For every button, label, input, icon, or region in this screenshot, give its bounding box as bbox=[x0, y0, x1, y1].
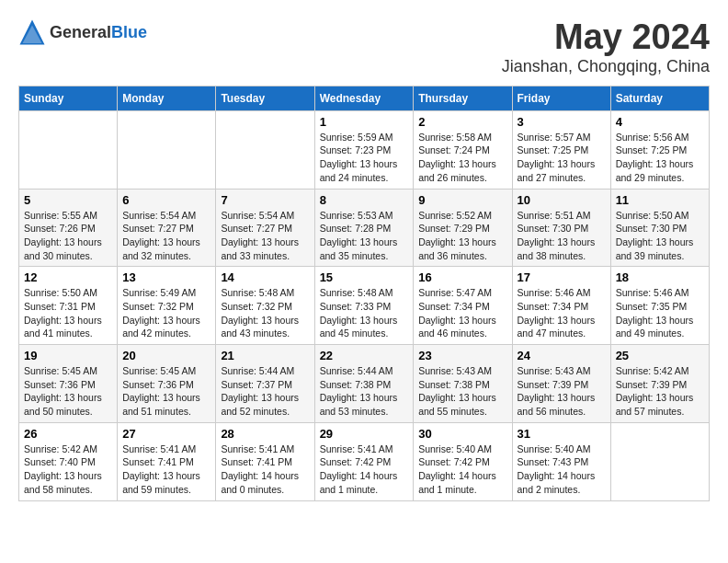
calendar-cell: 12Sunrise: 5:50 AMSunset: 7:31 PMDayligh… bbox=[19, 267, 118, 345]
day-info: Sunrise: 5:50 AMSunset: 7:30 PMDaylight:… bbox=[616, 209, 704, 263]
weekday-header-tuesday: Tuesday bbox=[216, 86, 314, 110]
calendar-cell: 4Sunrise: 5:56 AMSunset: 7:25 PMDaylight… bbox=[610, 110, 709, 189]
day-info: Sunrise: 5:48 AMSunset: 7:32 PMDaylight:… bbox=[221, 286, 309, 340]
day-number: 3 bbox=[518, 115, 606, 129]
day-info: Sunrise: 5:54 AMSunset: 7:27 PMDaylight:… bbox=[221, 209, 309, 263]
day-info: Sunrise: 5:41 AMSunset: 7:42 PMDaylight:… bbox=[320, 442, 409, 497]
calendar-cell: 30Sunrise: 5:40 AMSunset: 7:42 PMDayligh… bbox=[414, 422, 512, 500]
day-info: Sunrise: 5:58 AMSunset: 7:24 PMDaylight:… bbox=[418, 131, 506, 185]
day-number: 15 bbox=[320, 270, 409, 284]
day-info: Sunrise: 5:41 AMSunset: 7:41 PMDaylight:… bbox=[221, 442, 309, 497]
day-number: 17 bbox=[518, 270, 606, 284]
calendar-cell: 3Sunrise: 5:57 AMSunset: 7:25 PMDaylight… bbox=[512, 110, 610, 189]
calendar-cell: 21Sunrise: 5:44 AMSunset: 7:37 PMDayligh… bbox=[216, 345, 314, 423]
day-info: Sunrise: 5:40 AMSunset: 7:42 PMDaylight:… bbox=[418, 442, 506, 497]
day-number: 11 bbox=[616, 193, 704, 207]
day-info: Sunrise: 5:42 AMSunset: 7:40 PMDaylight:… bbox=[24, 442, 112, 497]
day-info: Sunrise: 5:43 AMSunset: 7:39 PMDaylight:… bbox=[518, 364, 606, 419]
day-number: 24 bbox=[518, 349, 606, 362]
day-info: Sunrise: 5:57 AMSunset: 7:25 PMDaylight:… bbox=[518, 131, 606, 185]
logo: GeneralBlue bbox=[18, 18, 147, 46]
day-number: 8 bbox=[320, 193, 409, 207]
calendar-cell: 18Sunrise: 5:46 AMSunset: 7:35 PMDayligh… bbox=[610, 267, 709, 345]
day-number: 10 bbox=[518, 193, 606, 207]
logo-general-text: General bbox=[50, 23, 111, 41]
weekday-header-thursday: Thursday bbox=[414, 86, 512, 110]
day-info: Sunrise: 5:46 AMSunset: 7:34 PMDaylight:… bbox=[518, 286, 606, 340]
day-info: Sunrise: 5:40 AMSunset: 7:43 PMDaylight:… bbox=[518, 442, 606, 497]
day-info: Sunrise: 5:56 AMSunset: 7:25 PMDaylight:… bbox=[616, 131, 704, 185]
day-number: 20 bbox=[122, 349, 210, 362]
day-info: Sunrise: 5:42 AMSunset: 7:39 PMDaylight:… bbox=[616, 364, 704, 419]
weekday-header-friday: Friday bbox=[512, 86, 610, 110]
calendar-cell: 15Sunrise: 5:48 AMSunset: 7:33 PMDayligh… bbox=[314, 267, 414, 345]
calendar-cell: 11Sunrise: 5:50 AMSunset: 7:30 PMDayligh… bbox=[610, 189, 709, 267]
day-number: 19 bbox=[24, 349, 112, 362]
weekday-header-row: SundayMondayTuesdayWednesdayThursdayFrid… bbox=[19, 86, 710, 110]
calendar-cell: 16Sunrise: 5:47 AMSunset: 7:34 PMDayligh… bbox=[414, 267, 512, 345]
calendar-cell: 5Sunrise: 5:55 AMSunset: 7:26 PMDaylight… bbox=[19, 189, 118, 267]
day-info: Sunrise: 5:54 AMSunset: 7:27 PMDaylight:… bbox=[122, 209, 210, 263]
day-info: Sunrise: 5:49 AMSunset: 7:32 PMDaylight:… bbox=[122, 286, 210, 340]
day-number: 14 bbox=[221, 270, 309, 284]
day-number: 23 bbox=[418, 349, 506, 362]
day-info: Sunrise: 5:59 AMSunset: 7:23 PMDaylight:… bbox=[320, 131, 409, 185]
calendar-week-row: 26Sunrise: 5:42 AMSunset: 7:40 PMDayligh… bbox=[19, 422, 710, 500]
calendar-cell bbox=[118, 110, 216, 189]
calendar-cell: 14Sunrise: 5:48 AMSunset: 7:32 PMDayligh… bbox=[216, 267, 314, 345]
calendar-table: SundayMondayTuesdayWednesdayThursdayFrid… bbox=[18, 86, 710, 501]
page-header: GeneralBlue May 2024 Jianshan, Chongqing… bbox=[18, 18, 710, 76]
calendar-cell: 20Sunrise: 5:45 AMSunset: 7:36 PMDayligh… bbox=[118, 345, 216, 423]
day-number: 21 bbox=[221, 349, 309, 362]
weekday-header-sunday: Sunday bbox=[19, 86, 118, 110]
day-number: 22 bbox=[320, 349, 409, 362]
calendar-cell: 13Sunrise: 5:49 AMSunset: 7:32 PMDayligh… bbox=[118, 267, 216, 345]
calendar-week-row: 12Sunrise: 5:50 AMSunset: 7:31 PMDayligh… bbox=[19, 267, 710, 345]
calendar-cell: 23Sunrise: 5:43 AMSunset: 7:38 PMDayligh… bbox=[414, 345, 512, 423]
logo-icon bbox=[18, 18, 46, 46]
day-info: Sunrise: 5:44 AMSunset: 7:37 PMDaylight:… bbox=[221, 364, 309, 419]
month-title: May 2024 bbox=[502, 18, 710, 57]
calendar-cell: 10Sunrise: 5:51 AMSunset: 7:30 PMDayligh… bbox=[512, 189, 610, 267]
day-info: Sunrise: 5:48 AMSunset: 7:33 PMDaylight:… bbox=[320, 286, 409, 340]
location-title: Jianshan, Chongqing, China bbox=[502, 57, 710, 76]
day-info: Sunrise: 5:45 AMSunset: 7:36 PMDaylight:… bbox=[24, 364, 112, 419]
day-info: Sunrise: 5:47 AMSunset: 7:34 PMDaylight:… bbox=[418, 286, 506, 340]
day-number: 6 bbox=[122, 193, 210, 207]
day-number: 25 bbox=[616, 349, 704, 362]
calendar-cell: 19Sunrise: 5:45 AMSunset: 7:36 PMDayligh… bbox=[19, 345, 118, 423]
calendar-cell bbox=[610, 422, 709, 500]
calendar-cell: 22Sunrise: 5:44 AMSunset: 7:38 PMDayligh… bbox=[314, 345, 414, 423]
calendar-cell: 2Sunrise: 5:58 AMSunset: 7:24 PMDaylight… bbox=[414, 110, 512, 189]
weekday-header-wednesday: Wednesday bbox=[314, 86, 414, 110]
day-number: 9 bbox=[418, 193, 506, 207]
day-number: 30 bbox=[418, 427, 506, 441]
calendar-week-row: 1Sunrise: 5:59 AMSunset: 7:23 PMDaylight… bbox=[19, 110, 710, 189]
day-number: 13 bbox=[122, 270, 210, 284]
calendar-cell: 8Sunrise: 5:53 AMSunset: 7:28 PMDaylight… bbox=[314, 189, 414, 267]
calendar-cell: 28Sunrise: 5:41 AMSunset: 7:41 PMDayligh… bbox=[216, 422, 314, 500]
day-info: Sunrise: 5:46 AMSunset: 7:35 PMDaylight:… bbox=[616, 286, 704, 340]
calendar-cell: 7Sunrise: 5:54 AMSunset: 7:27 PMDaylight… bbox=[216, 189, 314, 267]
calendar-cell bbox=[19, 110, 118, 189]
day-number: 31 bbox=[518, 427, 606, 441]
calendar-cell bbox=[216, 110, 314, 189]
calendar-cell: 24Sunrise: 5:43 AMSunset: 7:39 PMDayligh… bbox=[512, 345, 610, 423]
weekday-header-saturday: Saturday bbox=[610, 86, 709, 110]
calendar-week-row: 5Sunrise: 5:55 AMSunset: 7:26 PMDaylight… bbox=[19, 189, 710, 267]
day-info: Sunrise: 5:44 AMSunset: 7:38 PMDaylight:… bbox=[320, 364, 409, 419]
day-number: 29 bbox=[320, 427, 409, 441]
calendar-cell: 27Sunrise: 5:41 AMSunset: 7:41 PMDayligh… bbox=[118, 422, 216, 500]
day-number: 28 bbox=[221, 427, 309, 441]
day-number: 1 bbox=[320, 115, 409, 129]
calendar-cell: 1Sunrise: 5:59 AMSunset: 7:23 PMDaylight… bbox=[314, 110, 414, 189]
day-number: 4 bbox=[616, 115, 704, 129]
calendar-cell: 31Sunrise: 5:40 AMSunset: 7:43 PMDayligh… bbox=[512, 422, 610, 500]
day-info: Sunrise: 5:52 AMSunset: 7:29 PMDaylight:… bbox=[418, 209, 506, 263]
day-number: 12 bbox=[24, 270, 112, 284]
day-info: Sunrise: 5:41 AMSunset: 7:41 PMDaylight:… bbox=[122, 442, 210, 497]
day-info: Sunrise: 5:50 AMSunset: 7:31 PMDaylight:… bbox=[24, 286, 112, 340]
day-info: Sunrise: 5:53 AMSunset: 7:28 PMDaylight:… bbox=[320, 209, 409, 263]
calendar-cell: 6Sunrise: 5:54 AMSunset: 7:27 PMDaylight… bbox=[118, 189, 216, 267]
day-info: Sunrise: 5:51 AMSunset: 7:30 PMDaylight:… bbox=[518, 209, 606, 263]
